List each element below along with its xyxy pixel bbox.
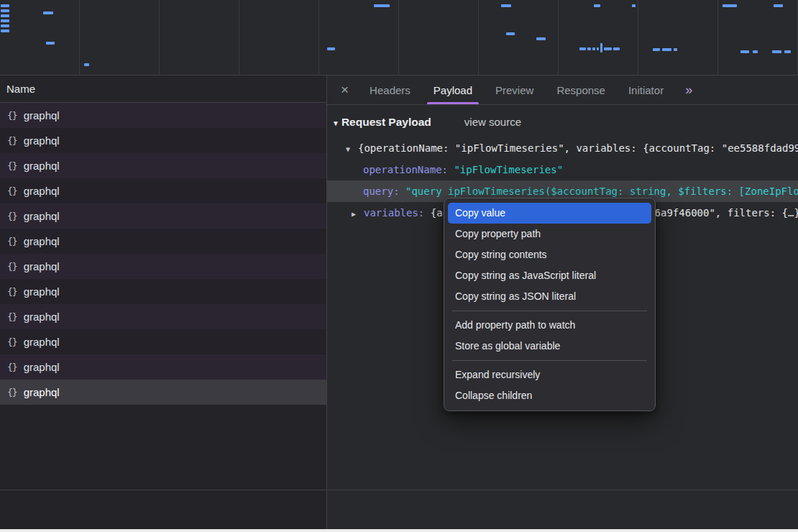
json-braces-icon: {}	[7, 160, 17, 171]
name-column-label: Name	[6, 83, 35, 95]
context-menu-item[interactable]: Expand recursively	[448, 364, 651, 385]
json-braces-icon: {}	[7, 286, 17, 297]
tree-token-string: "query ipFlowTimeseries($accountTag: str…	[405, 185, 798, 197]
timeline-bar	[506, 32, 515, 35]
json-braces-icon: {}	[7, 185, 17, 196]
request-row[interactable]: {}graphql	[0, 254, 326, 279]
tab-headers[interactable]: Headers	[358, 75, 422, 104]
timeline-bar	[1, 29, 9, 32]
json-braces-icon: {}	[7, 387, 17, 398]
request-name: graphql	[24, 235, 60, 247]
request-name: graphql	[24, 336, 60, 348]
tree-expand-icon[interactable]: ▶	[352, 203, 364, 224]
tab-response[interactable]: Response	[545, 75, 617, 104]
context-menu-item[interactable]: Add property path to watch	[448, 315, 651, 336]
timeline-bar	[723, 4, 737, 7]
timeline-bar	[604, 47, 612, 50]
context-menu-item[interactable]: Copy property path	[448, 224, 651, 244]
chevron-double-right-icon: »	[685, 83, 692, 98]
json-braces-icon: {}	[7, 211, 17, 221]
timeline-bar	[536, 37, 546, 40]
disclosure-triangle-icon[interactable]: ▼	[332, 119, 339, 127]
context-menu-item[interactable]: Copy value	[448, 203, 651, 224]
json-braces-icon: {}	[7, 236, 17, 247]
timeline-bar	[774, 4, 783, 7]
timeline-bar	[772, 50, 781, 53]
more-tabs-button[interactable]: »	[675, 75, 702, 104]
json-braces-icon: {}	[7, 311, 17, 322]
close-icon: ×	[341, 82, 349, 98]
timeline-bar	[501, 4, 511, 7]
network-pane: Name {}graphql{}graphql{}graphql{}graphq…	[0, 75, 327, 532]
tree-expand-icon[interactable]: ▼	[346, 139, 358, 159]
close-panel-button[interactable]: ×	[331, 75, 358, 104]
devtools-network-panel: Name {}graphql{}graphql{}graphql{}graphq…	[0, 0, 798, 532]
request-row[interactable]: {}graphql	[0, 103, 326, 128]
context-menu-item[interactable]: Store as global variable	[448, 336, 651, 357]
request-row[interactable]: {}graphql	[0, 229, 326, 254]
view-source-link[interactable]: view source	[464, 116, 521, 128]
timeline-bar	[1, 9, 9, 12]
tree-token-key: variables:	[364, 207, 431, 219]
context-menu-separator	[452, 360, 647, 361]
timeline-bar	[594, 4, 600, 7]
timeline-bar	[597, 47, 599, 50]
timeline-bar	[740, 50, 749, 53]
tree-token-key: operationName:	[363, 164, 454, 175]
json-braces-icon: {}	[7, 362, 17, 372]
request-list: {}graphql{}graphql{}graphql{}graphql{}gr…	[0, 103, 326, 405]
request-name: graphql	[24, 285, 60, 298]
timeline-bar	[587, 47, 591, 50]
tree-line[interactable]: ▼{operationName: "ipFlowTimeseries", var…	[327, 137, 798, 159]
context-menu-separator	[452, 311, 647, 311]
context-menu-item[interactable]: Copy string contents	[448, 244, 651, 265]
timeline-bar	[1, 14, 9, 17]
context-menu-item[interactable]: Copy string as JSON literal	[448, 286, 651, 307]
request-row[interactable]: {}graphql	[0, 178, 326, 203]
tree-token-plain: {operationName: "ipFlowTimeseries", vari…	[358, 142, 798, 154]
timeline-bar	[1, 19, 9, 22]
json-braces-icon: {}	[7, 336, 17, 347]
request-row[interactable]: {}graphql	[0, 354, 326, 380]
context-menu: Copy valueCopy property pathCopy string …	[444, 198, 656, 411]
timeline-bar	[1, 4, 9, 7]
timeline-bar	[653, 48, 660, 51]
request-name: graphql	[24, 134, 60, 147]
name-column-header[interactable]: Name	[0, 75, 326, 103]
timeline-bar	[1, 24, 9, 27]
tab-strip: HeadersPayloadPreviewResponseInitiator	[358, 75, 675, 104]
tree-token-string: "ipFlowTimeseries"	[454, 164, 563, 175]
timeline-bar	[613, 47, 620, 50]
request-row[interactable]: {}graphql	[0, 203, 326, 229]
tree-line[interactable]: operationName: "ipFlowTimeseries"	[327, 159, 798, 180]
tab-preview[interactable]: Preview	[484, 75, 545, 104]
timeline-bar	[43, 12, 53, 14]
context-menu-item[interactable]: Collapse children	[448, 385, 651, 406]
request-name: graphql	[24, 311, 60, 323]
overview-timeline[interactable]	[0, 0, 798, 75]
timeline-bar	[592, 47, 595, 50]
timeline-bar	[579, 47, 586, 50]
request-name: graphql	[24, 361, 60, 373]
timeline-bar	[632, 4, 636, 7]
request-row[interactable]: {}graphql	[0, 329, 326, 354]
timeline-bar	[327, 47, 335, 50]
request-row[interactable]: {}graphql	[0, 128, 326, 153]
tab-initiator[interactable]: Initiator	[617, 75, 675, 104]
json-braces-icon: {}	[7, 110, 17, 121]
timeline-bar	[46, 42, 55, 45]
request-row[interactable]: {}graphql	[0, 153, 326, 178]
tab-payload[interactable]: Payload	[422, 75, 484, 104]
request-name: graphql	[24, 386, 60, 398]
json-braces-icon: {}	[7, 261, 17, 272]
timeline-bar	[374, 4, 390, 7]
timeline-bar	[84, 63, 89, 66]
request-row[interactable]: {}graphql	[0, 279, 326, 304]
tree-token-key: query:	[363, 185, 405, 197]
bottom-divider	[0, 490, 798, 490]
request-row[interactable]: {}graphql	[0, 304, 326, 329]
context-menu-item[interactable]: Copy string as JavaScript literal	[448, 265, 651, 286]
request-row[interactable]: {}graphql	[0, 380, 326, 405]
request-name: graphql	[24, 185, 60, 197]
request-name: graphql	[24, 260, 60, 272]
